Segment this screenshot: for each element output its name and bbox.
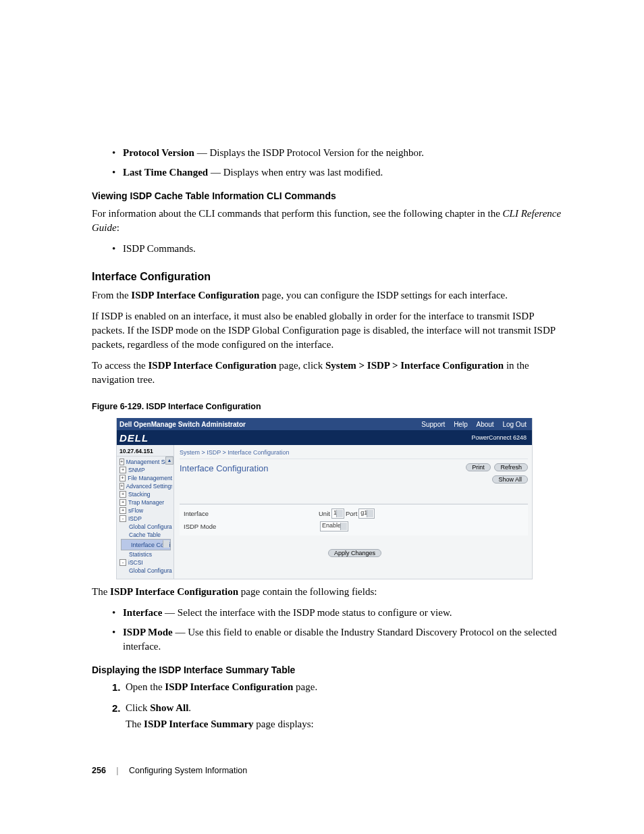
- topbar-links: Support Help About Log Out: [414, 421, 527, 428]
- bullet-item: Last Time Changed — Displays when entry …: [112, 165, 566, 180]
- panel-title: Interface Configuration: [180, 463, 269, 473]
- form-panel: Interface Unit 1 Port g1 ISDP Mode Enabl…: [180, 504, 528, 536]
- bullet-term: Interface: [123, 607, 162, 618]
- paragraph: From the ISDP Interface Configuration pa…: [92, 288, 566, 303]
- page-footer: 256 | Configuring System Information: [92, 766, 566, 775]
- bullet-item: Protocol Version — Displays the ISDP Pro…: [112, 146, 566, 160]
- fields-bullet-list: Interface — Select the interface with th…: [112, 606, 566, 654]
- tree-item[interactable]: +File Management: [119, 474, 172, 482]
- scroll-up-icon[interactable]: ▲: [165, 457, 173, 465]
- expand-icon[interactable]: +: [119, 475, 126, 481]
- expand-icon[interactable]: +: [119, 507, 126, 514]
- collapse-icon[interactable]: -: [119, 559, 126, 566]
- tree-subitem[interactable]: Global Configurat: [119, 567, 172, 575]
- about-link[interactable]: About: [476, 421, 493, 428]
- footer-separator: |: [116, 766, 118, 775]
- unit-select[interactable]: 1: [331, 509, 344, 519]
- refresh-button[interactable]: Refresh: [494, 463, 528, 471]
- tree-subitem[interactable]: Global Configurat: [119, 523, 172, 531]
- unit-label: Unit: [319, 510, 330, 517]
- bullet-desc: — Use this field to enable or disable th…: [123, 627, 557, 652]
- bullet-desc: — Select the interface with the ISDP mod…: [162, 607, 452, 618]
- port-select[interactable]: g1: [358, 509, 375, 519]
- subheading-cli: Viewing ISDP Cache Table Information CLI…: [92, 190, 566, 201]
- mode-select[interactable]: Enable: [320, 521, 348, 531]
- tree-subitem-selected[interactable]: Interface Configu: [121, 539, 171, 550]
- tree-item[interactable]: +Stacking: [119, 490, 172, 498]
- cli-paragraph: For information about the CLI commands t…: [92, 207, 566, 235]
- help-link[interactable]: Help: [454, 421, 468, 428]
- app-title: Dell OpenManage Switch Administrator: [119, 421, 246, 428]
- collapse-icon[interactable]: -: [119, 515, 126, 522]
- form-row-interface: Interface Unit 1 Port g1: [180, 507, 528, 520]
- figure-caption: Figure 6-129. ISDP Interface Configurati…: [92, 402, 566, 411]
- device-model: PowerConnect 6248: [471, 434, 527, 441]
- expand-icon[interactable]: +: [119, 483, 124, 490]
- bullet-desc: — Displays when entry was last modified.: [208, 167, 383, 178]
- bullet-desc: — Displays the ISDP Protocol Version for…: [194, 147, 424, 158]
- tree-item[interactable]: -ISDP: [119, 515, 172, 523]
- device-ip: 10.27.64.151: [117, 446, 173, 457]
- field-label: Interface: [184, 510, 319, 517]
- form-row-mode: ISDP Mode Enable: [180, 520, 528, 533]
- bullet-term: ISDP Mode: [123, 627, 173, 637]
- nav-tree: ▲ +Management Secur +SNMP +File Manageme…: [117, 457, 173, 576]
- expand-icon[interactable]: +: [119, 467, 126, 473]
- print-button[interactable]: Print: [466, 463, 491, 471]
- bullet-item: ISDP Mode — Use this field to enable or …: [112, 625, 566, 654]
- app-title-bar: Dell OpenManage Switch Administrator Sup…: [117, 418, 532, 430]
- dell-logo: DELL: [119, 432, 149, 444]
- section-heading: Interface Configuration: [92, 271, 566, 283]
- expand-icon[interactable]: +: [119, 459, 124, 465]
- tree-item[interactable]: +Management Secur: [119, 458, 172, 466]
- screenshot-figure: Dell OpenManage Switch Administrator Sup…: [116, 418, 533, 579]
- bullet-item: Interface — Select the interface with th…: [112, 606, 566, 620]
- expand-icon[interactable]: +: [119, 491, 126, 498]
- tree-item[interactable]: -iSCSI: [119, 558, 172, 567]
- bullet-item: ISDP Commands.: [112, 242, 566, 256]
- tree-subitem[interactable]: Cache Table: [119, 531, 172, 539]
- paragraph: The ISDP Interface Configuration page co…: [92, 585, 566, 599]
- nav-tree-sidebar: 10.27.64.151 ▲ +Management Secur +SNMP +…: [117, 445, 174, 579]
- page-number: 256: [92, 766, 106, 775]
- bullet-term: Last Time Changed: [123, 167, 208, 178]
- apply-changes-button[interactable]: Apply Changes: [328, 549, 381, 557]
- field-label: ISDP Mode: [184, 523, 319, 530]
- top-bullet-list: Protocol Version — Displays the ISDP Pro…: [112, 146, 566, 180]
- tree-item[interactable]: +Trap Manager: [119, 498, 172, 506]
- breadcrumb: System > ISDP > Interface Configuration: [180, 448, 528, 459]
- brand-bar: DELL PowerConnect 6248: [117, 430, 532, 445]
- footer-section: Configuring System Information: [129, 766, 247, 775]
- paragraph: To access the ISDP Interface Configurati…: [92, 359, 566, 387]
- logout-link[interactable]: Log Out: [502, 421, 527, 428]
- tree-subitem[interactable]: Statistics: [119, 550, 172, 558]
- paragraph: If ISDP is enabled on an interface, it m…: [92, 309, 566, 352]
- subheading-summary: Displaying the ISDP Interface Summary Ta…: [92, 664, 566, 675]
- step-item: Click Show All. The ISDP Interface Summa…: [112, 700, 566, 732]
- step-item: Open the ISDP Interface Configuration pa…: [112, 679, 566, 695]
- tree-item[interactable]: +Advanced Settings: [119, 482, 172, 490]
- cli-bullet-list: ISDP Commands.: [112, 242, 566, 256]
- port-label: Port: [346, 510, 357, 517]
- steps-list: Open the ISDP Interface Configuration pa…: [112, 679, 566, 732]
- tree-item[interactable]: +SNMP: [119, 466, 172, 474]
- main-panel: System > ISDP > Interface Configuration …: [174, 445, 532, 579]
- tree-item[interactable]: +sFlow: [119, 506, 172, 515]
- show-all-button[interactable]: Show All: [492, 475, 528, 484]
- bullet-term: Protocol Version: [123, 147, 194, 158]
- expand-icon[interactable]: +: [119, 499, 126, 506]
- support-link[interactable]: Support: [421, 421, 445, 428]
